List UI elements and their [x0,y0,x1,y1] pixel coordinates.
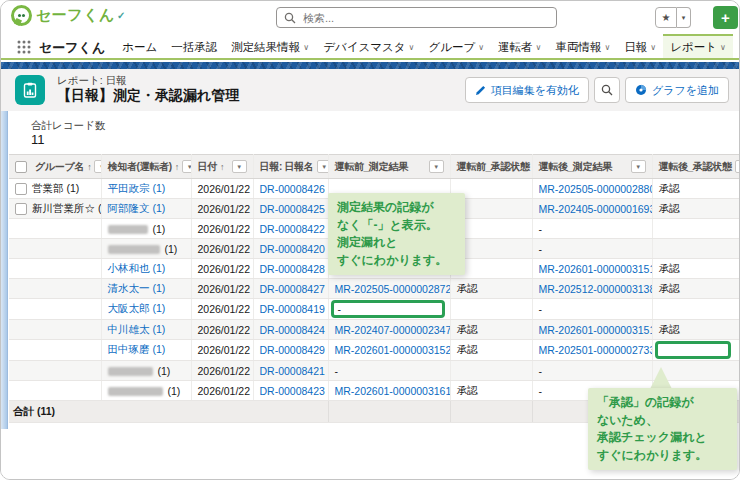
detector-link[interactable]: 田中琢磨 (1) [108,343,166,355]
report-link[interactable]: DR-00008424 [260,324,325,336]
callout-missing-approval: 「承認」の記録が ないため、 承認チェック漏れと すぐにわかります。 [588,388,737,470]
report-link[interactable]: DR-00008425 [260,203,325,215]
detector-link[interactable]: 清水太一 (1) [108,282,166,294]
table-row[interactable]: 大阪太郎 (1) 2026/01/22 (1) DR-00008419 - - [9,299,740,320]
table-row[interactable]: (1) 2026/01/22 (1) DR-00008421 - - [9,361,740,381]
measurement-link[interactable]: MR-202601-0000003161 [335,385,451,397]
row-checkbox[interactable] [15,183,27,195]
column-header-post-result[interactable]: 運転後_測定結果▼ [532,155,652,179]
column-menu-button[interactable]: ▼ [317,160,328,173]
nav-item-group[interactable]: グループ∨ [421,34,491,58]
approval-status: 承認 [659,323,680,335]
approval-status: 承認 [457,384,478,396]
column-menu-button[interactable]: ▼ [232,160,247,173]
nav-bar: セーフくん ホーム 一括承認 測定結果情報∨ デバイスマスタ∨ グループ∨ 運転… [1,34,740,60]
approval-status: 承認 [659,202,680,214]
report-header: レポート: 日報 【日報】測定・承認漏れ管理 項目編集を有効化 グラフを追加 [1,69,740,111]
table-row[interactable]: 清水太一 (1) 2026/01/22 (1) DR-00008427 MR-2… [9,279,740,299]
measurement-link[interactable]: MR-202505-0000002872 [335,283,451,295]
redacted-name [108,387,163,396]
approval-status: 承認 [659,262,680,274]
measurement-link[interactable]: MR-202601-0000003152 [335,344,451,356]
highlight-missing-approval-box [655,341,731,359]
sort-asc-icon: ↑ [175,162,179,172]
decorative-header-bar [1,62,740,69]
quick-add-button[interactable]: + [713,6,738,29]
column-header-date[interactable]: 日付↑▼ [191,155,253,179]
report-link[interactable]: DR-00008429 [260,344,325,356]
approval-status: 承認 [457,343,478,355]
column-header-report-name[interactable]: 日報: 日報名▼ [253,155,328,179]
approval-status: 承認 [457,323,478,335]
detector-link[interactable]: 大阪太郎 (1) [108,302,166,314]
chevron-down-icon: ∨ [604,43,610,52]
report-link[interactable]: DR-00008422 [260,223,325,235]
chart-icon [635,84,647,96]
enable-field-edit-button[interactable]: 項目編集を有効化 [465,77,589,103]
column-header-pre-status[interactable]: 運転前_承認状態▼ [450,155,532,179]
measurement-link[interactable]: MR-202601-0000003151 [539,263,653,275]
column-header-post-status[interactable]: 運転後_承認状態▼ [652,155,740,179]
breadcrumb: レポート: 日報 [57,74,127,88]
column-header-group[interactable]: グループ名↑▼ [9,155,101,179]
chevron-down-icon: ∨ [720,43,726,52]
callout-pointer [650,367,672,389]
add-chart-button[interactable]: グラフを追加 [625,77,729,103]
report-link[interactable]: DR-00008421 [260,365,325,377]
favorite-star-button[interactable]: ★ [655,7,677,28]
favorite-caret-button[interactable]: ▾ [677,7,691,28]
measurement-link[interactable]: MR-202512-0000003138 [539,283,653,295]
nav-item-bulk-approval[interactable]: 一括承認 [164,34,224,58]
table-row[interactable]: 田中琢磨 (1) 2026/01/22 (1) DR-00008429 MR-2… [9,340,740,361]
approval-status: 承認 [659,282,680,294]
search-input[interactable] [301,11,549,25]
detector-link[interactable]: 平田政宗 (1) [108,182,166,194]
column-header-pre-result[interactable]: 運転前_測定結果▼ [328,155,450,179]
column-menu-button[interactable]: ▼ [182,160,191,173]
column-menu-button[interactable]: ▼ [94,160,101,173]
detector-link[interactable]: 小林和也 (1) [108,262,166,274]
measurement-link[interactable]: MR-202407-0000002347 [335,324,451,336]
column-menu-button[interactable]: ▼ [429,160,444,173]
checkmark-icon: ✓ [117,10,125,21]
nav-item-measurement-results[interactable]: 測定結果情報∨ [224,34,316,58]
left-panel-edge[interactable] [1,111,8,429]
callout-missing-measurement: 測定結果の記録が なく「-」と表示。 測定漏れと すぐにわかります。 [328,193,465,275]
nav-item-daily-report[interactable]: 日報∨ [617,34,663,58]
measurement-link[interactable]: MR-202505-0000002880 [539,183,653,195]
nav-item-vehicle-info[interactable]: 車両情報∨ [548,34,617,58]
chevron-down-icon: ∨ [303,43,309,52]
redacted-name [108,245,160,254]
table-header-row: グループ名↑▼ 検知者(運転者)↑▼ 日付↑▼ 日報: 日報名▼ 運転前_測定結… [9,155,740,179]
column-menu-button[interactable]: ▼ [735,160,740,173]
report-link[interactable]: DR-00008428 [260,263,325,275]
measurement-link[interactable]: MR-202501-0000002733 [539,344,653,356]
logo-text: セーフくん [36,6,115,25]
detector-link[interactable]: 阿部隆文 (1) [108,202,166,214]
measurement-link[interactable]: MR-202601-0000003151 [539,324,653,336]
nav-item-report[interactable]: レポート∨ [663,34,733,58]
select-all-checkbox[interactable] [15,161,27,173]
nav-item-device-master[interactable]: デバイスマスタ∨ [316,34,421,58]
report-link[interactable]: DR-00008426 [260,183,325,195]
report-link[interactable]: DR-00008419 [260,303,325,315]
report-link[interactable]: DR-00008423 [260,385,325,397]
report-link[interactable]: DR-00008427 [260,283,325,295]
report-icon [15,75,45,105]
app-launcher-icon[interactable] [17,40,31,54]
measurement-link[interactable]: MR-202405-0000001693 [539,203,653,215]
report-link[interactable]: DR-00008420 [260,243,325,255]
detector-link[interactable]: 中川雄太 (1) [108,323,166,335]
nav-item-driver[interactable]: 運転者∨ [491,34,548,58]
search-report-button[interactable] [594,77,620,103]
global-search [276,7,557,28]
app-logo[interactable]: セーフくん ✓ [11,5,125,26]
nav-item-home[interactable]: ホーム [115,34,164,58]
search-icon [284,12,296,24]
app-name: セーフくん [39,39,105,58]
column-menu-button[interactable]: ▼ [631,160,646,173]
table-row[interactable]: 中川雄太 (1) 2026/01/22 (1) DR-00008424 MR-2… [9,320,740,340]
column-header-detector[interactable]: 検知者(運転者)↑▼ [101,155,191,179]
row-checkbox[interactable] [15,203,27,215]
favorites-group: ★ ▾ [655,7,691,28]
